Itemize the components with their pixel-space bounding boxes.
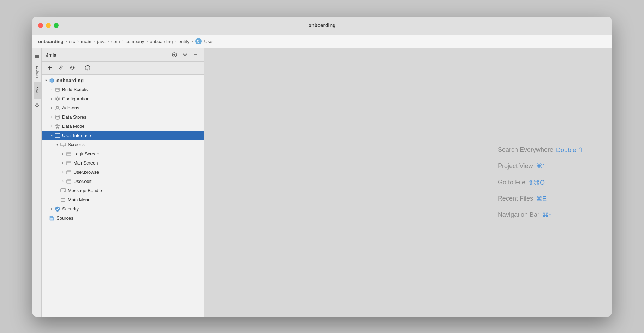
- breadcrumb-java[interactable]: java: [97, 39, 106, 44]
- breadcrumb-com[interactable]: com: [111, 39, 120, 44]
- chevron-right-icon-login[interactable]: ›: [60, 151, 66, 157]
- build-scripts-icon: [54, 87, 61, 93]
- tree-item-addons[interactable]: › Add-ons: [42, 103, 204, 113]
- chevron-right-icon[interactable]: ›: [49, 87, 54, 93]
- svg-rect-34: [56, 127, 59, 129]
- tree-item-build-scripts[interactable]: › Build Scripts: [42, 85, 204, 94]
- help-button[interactable]: [83, 63, 92, 72]
- panel-title: Jmix: [46, 52, 168, 58]
- tree-item-onboarding[interactable]: ▾ onboarding: [42, 76, 204, 85]
- tree-label-build-scripts: Build Scripts: [62, 87, 88, 92]
- svg-point-14: [70, 67, 71, 68]
- breadcrumb-sep-1: ›: [66, 39, 67, 44]
- breadcrumb-onboarding2[interactable]: onboarding: [150, 39, 173, 44]
- sidebar-tabs: Project Jmix: [32, 48, 42, 317]
- close-button[interactable]: [38, 23, 43, 28]
- wrench-icon[interactable]: [56, 63, 66, 72]
- tree-item-main-menu[interactable]: › Main Menu: [42, 195, 204, 204]
- diamond-icon[interactable]: [33, 101, 41, 109]
- left-panel: Jmix: [42, 48, 204, 317]
- tree-item-user-edit[interactable]: › User.edit: [42, 177, 204, 186]
- title-bar: onboarding: [32, 17, 612, 35]
- svg-point-31: [56, 115, 59, 117]
- chevron-right-icon-datastores[interactable]: ›: [49, 114, 54, 120]
- tree-item-mainscreen[interactable]: › MainScreen: [42, 159, 204, 168]
- chevron-right-icon-useredit[interactable]: ›: [60, 179, 66, 184]
- svg-point-10: [62, 67, 62, 67]
- chevron-right-icon-addons[interactable]: ›: [49, 105, 54, 111]
- shortcut-desc-0: Search Everywhere: [498, 146, 553, 154]
- breadcrumb-main[interactable]: main: [81, 39, 91, 44]
- breadcrumb-entity[interactable]: entity: [178, 39, 189, 44]
- sidebar-tab-jmix[interactable]: Jmix: [34, 82, 41, 99]
- svg-rect-48: [67, 180, 71, 183]
- add-panel-button[interactable]: [171, 51, 178, 59]
- message-bundle-icon: [60, 188, 66, 194]
- shortcut-key-4: ⌘↑: [542, 211, 552, 219]
- settings-gear-icon[interactable]: [181, 51, 189, 59]
- minimize-panel-button[interactable]: [192, 51, 199, 59]
- useredit-icon: [66, 178, 72, 185]
- breadcrumb-sep-3: ›: [94, 39, 95, 44]
- chevron-down-icon-ui[interactable]: ▾: [49, 133, 54, 138]
- shortcut-key-1: ⌘1: [536, 162, 546, 170]
- shortcuts-panel: Search Everywhere Double ⇧ Project View …: [498, 146, 583, 219]
- breadcrumb-sep-8: ›: [192, 39, 193, 44]
- shortcut-project-view: Project View ⌘1: [498, 162, 583, 170]
- breadcrumb-src[interactable]: src: [69, 39, 75, 44]
- shortcut-search-everywhere: Search Everywhere Double ⇧: [498, 146, 583, 154]
- loginscreen-icon: [66, 151, 72, 157]
- svg-point-17: [87, 69, 88, 70]
- chevron-down-icon[interactable]: ▾: [43, 78, 49, 83]
- breadcrumb: onboarding › src › main › java › com › c…: [32, 35, 612, 48]
- chevron-right-icon-main[interactable]: ›: [60, 160, 66, 166]
- tree-item-message-bundle[interactable]: › Message Bundle: [42, 186, 204, 195]
- userbrowse-icon: [66, 169, 72, 176]
- content-area: Search Everywhere Double ⇧ Project View …: [204, 48, 612, 317]
- tree-item-user-browse[interactable]: › User.browse: [42, 168, 204, 177]
- tree-container[interactable]: ▾ onboarding ›: [42, 75, 204, 317]
- svg-marker-2: [35, 103, 39, 107]
- configuration-icon: [54, 96, 61, 102]
- breadcrumb-sep-6: ›: [146, 39, 148, 44]
- mainscreen-icon: [66, 160, 72, 166]
- breadcrumb-onboarding[interactable]: onboarding: [38, 39, 64, 44]
- tree-label-configuration: Configuration: [62, 96, 89, 101]
- tree-label-message-bundle: Message Bundle: [68, 188, 102, 193]
- breadcrumb-sep-5: ›: [122, 39, 124, 44]
- window-title: onboarding: [309, 23, 336, 28]
- tree-item-screens[interactable]: ▾ Screens: [42, 140, 204, 149]
- main-menu-icon: [60, 197, 66, 203]
- chevron-right-icon-config[interactable]: ›: [49, 96, 54, 102]
- tree-item-sources[interactable]: › Sources: [42, 214, 204, 223]
- minimize-button[interactable]: [46, 23, 51, 28]
- shortcut-key-0: Double ⇧: [556, 146, 583, 154]
- tree-item-loginscreen[interactable]: › LoginScreen: [42, 149, 204, 159]
- maximize-button[interactable]: [54, 23, 59, 28]
- shortcut-key-2: ⇧⌘O: [528, 179, 545, 186]
- svg-point-13: [73, 66, 74, 67]
- add-button[interactable]: [45, 63, 54, 72]
- chevron-down-icon-screens[interactable]: ▾: [54, 142, 60, 148]
- tree-label-user-browse: User.browse: [73, 170, 99, 175]
- svg-rect-22: [56, 89, 58, 90]
- tree-item-user-interface[interactable]: ▾ User Interface: [42, 131, 204, 140]
- tree-item-security[interactable]: › Security: [42, 204, 204, 214]
- chevron-right-icon-userbrowse[interactable]: ›: [60, 170, 66, 175]
- panel-header: Jmix: [42, 48, 204, 62]
- svg-rect-23: [56, 90, 59, 91]
- chevron-right-icon-security[interactable]: ›: [49, 206, 54, 212]
- svg-point-12: [71, 66, 72, 67]
- tree-item-data-model[interactable]: › Data Model: [42, 122, 204, 131]
- shortcut-desc-4: Navigation Bar: [498, 211, 539, 219]
- breadcrumb-user[interactable]: User: [204, 39, 214, 44]
- breadcrumb-company[interactable]: company: [126, 39, 144, 44]
- animal-icon[interactable]: [68, 63, 77, 72]
- chevron-right-icon-datamodel[interactable]: ›: [49, 124, 54, 129]
- tree-item-configuration[interactable]: › Configuration: [42, 94, 204, 103]
- data-model-icon: [54, 123, 61, 130]
- sidebar-tab-project[interactable]: Project: [34, 62, 41, 82]
- folder-icon[interactable]: [33, 53, 41, 60]
- tree-label-sources: Sources: [56, 215, 73, 221]
- tree-item-data-stores[interactable]: › Data Stores: [42, 113, 204, 122]
